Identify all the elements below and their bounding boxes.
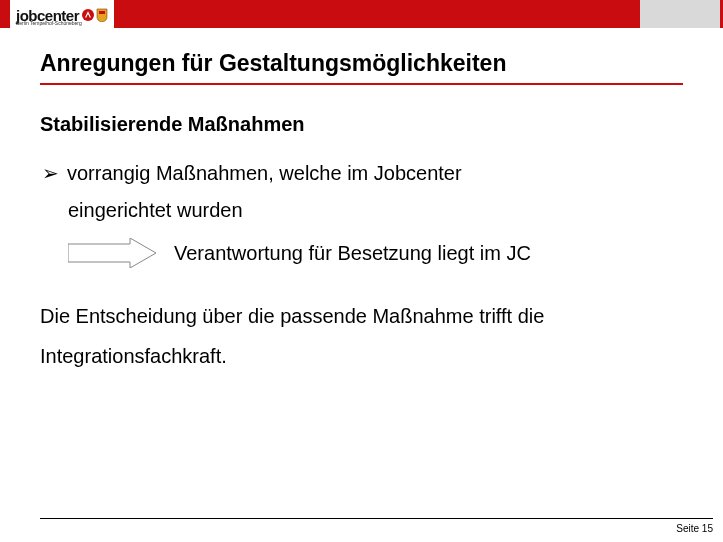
agency-icon	[82, 9, 94, 21]
logo-icons	[82, 8, 108, 22]
slide-content: Anregungen für Gestaltungsmöglichkeiten …	[0, 28, 723, 376]
bullet-text-line1: vorrangig Maßnahmen, welche im Jobcenter	[67, 154, 462, 192]
right-arrow-icon	[68, 238, 156, 268]
district-shield-icon	[96, 8, 108, 22]
bullet-text-line2: eingerichtet wurden	[68, 192, 683, 228]
page-title: Anregungen für Gestaltungsmöglichkeiten	[40, 50, 683, 83]
footer: Seite 15	[40, 518, 713, 534]
section-subtitle: Stabilisierende Maßnahmen	[40, 113, 683, 136]
header-bar: jobcenter Berlin Tempelhof-Schöneberg	[0, 0, 723, 28]
arrow-callout: Verantwortung für Besetzung liegt im JC	[40, 238, 683, 268]
conclusion-text: Die Entscheidung über die passende Maßna…	[40, 296, 683, 376]
svg-rect-0	[99, 11, 105, 14]
arrow-label: Verantwortung für Besetzung liegt im JC	[174, 242, 531, 265]
bullet-marker-icon: ➢	[42, 154, 59, 192]
footer-rule	[40, 518, 713, 519]
svg-marker-1	[68, 238, 156, 268]
title-underline	[40, 83, 683, 85]
page-number: Seite 15	[40, 523, 713, 534]
logo-subtext: Berlin Tempelhof-Schöneberg	[16, 20, 82, 26]
header-grey-block	[640, 0, 720, 28]
bullet-item: ➢ vorrangig Maßnahmen, welche im Jobcent…	[40, 154, 683, 192]
